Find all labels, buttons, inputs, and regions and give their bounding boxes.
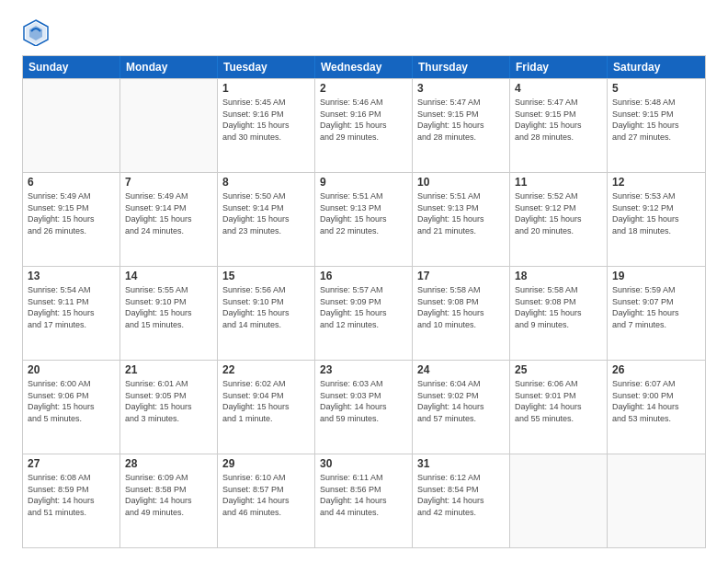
day-detail: Sunrise: 5:51 AM Sunset: 9:13 PM Dayligh… [320,190,407,236]
calendar-empty-cell [510,454,608,547]
calendar-day-31: 31Sunrise: 6:12 AM Sunset: 8:54 PM Dayli… [413,454,510,547]
calendar-day-12: 12Sunrise: 5:53 AM Sunset: 9:12 PM Dayli… [608,173,705,266]
calendar-day-14: 14Sunrise: 5:55 AM Sunset: 9:10 PM Dayli… [120,267,218,360]
day-detail: Sunrise: 5:47 AM Sunset: 9:15 PM Dayligh… [515,97,602,143]
day-number: 24 [417,363,505,376]
day-detail: Sunrise: 5:55 AM Sunset: 9:10 PM Dayligh… [125,284,212,330]
day-number: 27 [28,457,115,470]
calendar-header-wednesday: Wednesday [315,56,413,78]
calendar-day-26: 26Sunrise: 6:07 AM Sunset: 9:00 PM Dayli… [608,361,705,454]
day-number: 25 [515,363,602,376]
day-detail: Sunrise: 6:01 AM Sunset: 9:05 PM Dayligh… [125,378,212,424]
day-detail: Sunrise: 5:52 AM Sunset: 9:12 PM Dayligh… [515,190,602,236]
day-detail: Sunrise: 6:09 AM Sunset: 8:58 PM Dayligh… [125,472,212,518]
calendar-week-3: 13Sunrise: 5:54 AM Sunset: 9:11 PM Dayli… [23,266,705,360]
day-number: 26 [612,363,700,376]
logo-icon [22,18,50,46]
day-number: 29 [222,457,310,470]
day-number: 23 [320,363,407,376]
day-number: 21 [125,363,212,376]
day-number: 14 [125,270,212,282]
day-number: 11 [515,176,602,189]
day-number: 20 [28,363,115,376]
day-number: 13 [28,270,115,282]
day-number: 5 [612,82,700,95]
day-number: 18 [515,270,602,282]
calendar-day-24: 24Sunrise: 6:04 AM Sunset: 9:02 PM Dayli… [413,361,510,454]
calendar-day-3: 3Sunrise: 5:47 AM Sunset: 9:15 PM Daylig… [413,79,510,172]
calendar-header-row: SundayMondayTuesdayWednesdayThursdayFrid… [23,56,705,78]
calendar-day-5: 5Sunrise: 5:48 AM Sunset: 9:15 PM Daylig… [608,79,705,172]
calendar: SundayMondayTuesdayWednesdayThursdayFrid… [22,55,706,548]
day-number: 17 [417,270,505,282]
day-detail: Sunrise: 6:00 AM Sunset: 9:06 PM Dayligh… [28,378,115,424]
calendar-header-saturday: Saturday [608,56,705,78]
day-number: 30 [320,457,407,470]
day-detail: Sunrise: 6:03 AM Sunset: 9:03 PM Dayligh… [320,378,407,424]
day-detail: Sunrise: 5:58 AM Sunset: 9:08 PM Dayligh… [515,284,602,330]
calendar-day-20: 20Sunrise: 6:00 AM Sunset: 9:06 PM Dayli… [23,361,120,454]
day-detail: Sunrise: 6:12 AM Sunset: 8:54 PM Dayligh… [417,472,505,518]
calendar-week-5: 27Sunrise: 6:08 AM Sunset: 8:59 PM Dayli… [23,454,705,547]
calendar-day-23: 23Sunrise: 6:03 AM Sunset: 9:03 PM Dayli… [315,361,413,454]
calendar-empty-cell [608,454,705,547]
calendar-day-8: 8Sunrise: 5:50 AM Sunset: 9:14 PM Daylig… [218,173,315,266]
calendar-header-thursday: Thursday [413,56,510,78]
calendar-day-25: 25Sunrise: 6:06 AM Sunset: 9:01 PM Dayli… [510,361,608,454]
calendar-day-21: 21Sunrise: 6:01 AM Sunset: 9:05 PM Dayli… [120,361,218,454]
calendar-week-4: 20Sunrise: 6:00 AM Sunset: 9:06 PM Dayli… [23,360,705,454]
day-detail: Sunrise: 5:49 AM Sunset: 9:15 PM Dayligh… [28,190,115,236]
day-number: 10 [417,176,505,189]
calendar-day-9: 9Sunrise: 5:51 AM Sunset: 9:13 PM Daylig… [315,173,413,266]
day-detail: Sunrise: 5:59 AM Sunset: 9:07 PM Dayligh… [612,284,700,330]
calendar-week-2: 6Sunrise: 5:49 AM Sunset: 9:15 PM Daylig… [23,172,705,266]
day-number: 19 [612,270,700,282]
calendar-header-friday: Friday [510,56,608,78]
calendar-day-7: 7Sunrise: 5:49 AM Sunset: 9:14 PM Daylig… [120,173,218,266]
day-number: 6 [28,176,115,189]
calendar-empty-cell [120,79,218,172]
calendar-header-tuesday: Tuesday [218,56,315,78]
calendar-day-4: 4Sunrise: 5:47 AM Sunset: 9:15 PM Daylig… [510,79,608,172]
calendar-day-2: 2Sunrise: 5:46 AM Sunset: 9:16 PM Daylig… [315,79,413,172]
day-detail: Sunrise: 5:57 AM Sunset: 9:09 PM Dayligh… [320,284,407,330]
calendar-day-28: 28Sunrise: 6:09 AM Sunset: 8:58 PM Dayli… [120,454,218,547]
day-detail: Sunrise: 5:53 AM Sunset: 9:12 PM Dayligh… [612,190,700,236]
calendar-day-10: 10Sunrise: 5:51 AM Sunset: 9:13 PM Dayli… [413,173,510,266]
page: SundayMondayTuesdayWednesdayThursdayFrid… [0,0,728,563]
calendar-week-1: 1Sunrise: 5:45 AM Sunset: 9:16 PM Daylig… [23,78,705,172]
calendar-day-27: 27Sunrise: 6:08 AM Sunset: 8:59 PM Dayli… [23,454,120,547]
calendar-day-15: 15Sunrise: 5:56 AM Sunset: 9:10 PM Dayli… [218,267,315,360]
day-detail: Sunrise: 5:51 AM Sunset: 9:13 PM Dayligh… [417,190,505,236]
day-detail: Sunrise: 6:02 AM Sunset: 9:04 PM Dayligh… [222,378,310,424]
day-number: 1 [222,82,310,95]
day-detail: Sunrise: 5:47 AM Sunset: 9:15 PM Dayligh… [417,97,505,143]
calendar-day-30: 30Sunrise: 6:11 AM Sunset: 8:56 PM Dayli… [315,454,413,547]
day-number: 16 [320,270,407,282]
day-number: 22 [222,363,310,376]
day-number: 12 [612,176,700,189]
day-number: 31 [417,457,505,470]
day-detail: Sunrise: 6:08 AM Sunset: 8:59 PM Dayligh… [28,472,115,518]
day-detail: Sunrise: 5:50 AM Sunset: 9:14 PM Dayligh… [222,190,310,236]
calendar-day-11: 11Sunrise: 5:52 AM Sunset: 9:12 PM Dayli… [510,173,608,266]
calendar-empty-cell [23,79,120,172]
day-number: 3 [417,82,505,95]
calendar-day-18: 18Sunrise: 5:58 AM Sunset: 9:08 PM Dayli… [510,267,608,360]
day-detail: Sunrise: 5:45 AM Sunset: 9:16 PM Dayligh… [222,97,310,143]
calendar-day-22: 22Sunrise: 6:02 AM Sunset: 9:04 PM Dayli… [218,361,315,454]
calendar-day-1: 1Sunrise: 5:45 AM Sunset: 9:16 PM Daylig… [218,79,315,172]
day-detail: Sunrise: 6:06 AM Sunset: 9:01 PM Dayligh… [515,378,602,424]
calendar-day-6: 6Sunrise: 5:49 AM Sunset: 9:15 PM Daylig… [23,173,120,266]
day-number: 9 [320,176,407,189]
day-detail: Sunrise: 6:11 AM Sunset: 8:56 PM Dayligh… [320,472,407,518]
day-detail: Sunrise: 5:56 AM Sunset: 9:10 PM Dayligh… [222,284,310,330]
header [22,18,706,46]
day-detail: Sunrise: 5:46 AM Sunset: 9:16 PM Dayligh… [320,97,407,143]
day-detail: Sunrise: 6:07 AM Sunset: 9:00 PM Dayligh… [612,378,700,424]
calendar-header-sunday: Sunday [23,56,120,78]
calendar-body: 1Sunrise: 5:45 AM Sunset: 9:16 PM Daylig… [23,78,705,547]
calendar-day-17: 17Sunrise: 5:58 AM Sunset: 9:08 PM Dayli… [413,267,510,360]
day-detail: Sunrise: 6:04 AM Sunset: 9:02 PM Dayligh… [417,378,505,424]
day-number: 15 [222,270,310,282]
